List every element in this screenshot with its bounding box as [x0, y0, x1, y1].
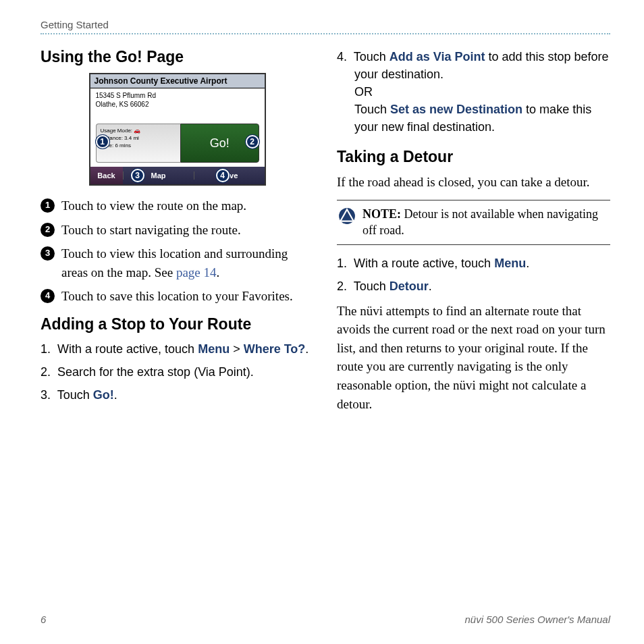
heading-go-page: Using the Go! Page: [41, 48, 314, 66]
add-stop-step-4: 4. Touch Add as Via Point to add this st…: [337, 48, 610, 136]
legend-num-2: 2: [41, 223, 55, 237]
callout-legend: 1 Touch to view the route on the map. 2 …: [41, 196, 314, 306]
step1-menu: Menu: [198, 342, 230, 356]
legend-item-2: 2 Touch to start navigating the route.: [41, 221, 314, 240]
legend-text-3b: .: [217, 265, 220, 279]
right-column: 4. Touch Add as Via Point to add this st…: [337, 44, 610, 420]
step2-text: Search for the extra stop (Via Point).: [57, 365, 254, 379]
add-stop-step-1: 1. With a route active, touch Menu > Whe…: [41, 340, 314, 358]
device-back-button: Back: [90, 167, 123, 184]
s4-newdest: Set as new Destination: [390, 103, 522, 116]
device-address: 15345 S Pflumm Rd Olathe, KS 66062: [90, 88, 265, 124]
step3-c: .: [114, 388, 117, 402]
legend-item-3: 3 Touch to view this location and surrou…: [41, 244, 314, 281]
callout-3: 3: [131, 169, 144, 182]
manual-title: nüvi 500 Series Owner's Manual: [465, 614, 610, 625]
note-label: NOTE:: [363, 207, 401, 221]
s4-a: Touch: [354, 50, 390, 63]
legend-text-1: Touch to view the route on the map.: [61, 196, 246, 215]
detour-steps: 1. With a route active, touch Menu. 2. T…: [337, 254, 610, 295]
ds1-menu: Menu: [494, 257, 526, 270]
step3-go: Go!: [93, 388, 114, 402]
heading-detour: Taking a Detour: [337, 148, 610, 166]
heading-adding-stop: Adding a Stop to Your Route: [41, 315, 314, 333]
note-text: NOTE: Detour is not available when navig…: [363, 206, 609, 239]
step1-e: .: [305, 342, 308, 356]
step-num: 3.: [41, 388, 51, 402]
device-time: Time: 6 mins: [101, 142, 178, 150]
callout-2: 2: [246, 135, 259, 149]
device-screenshot: Johnson County Executive Airport 15345 S…: [89, 73, 266, 186]
ds1-c: .: [526, 257, 529, 270]
add-stop-step-3: 3. Touch Go!.: [41, 386, 314, 404]
legend-num-1: 1: [41, 198, 55, 213]
device-mid-row: Usage Mode: 🚗 Distance: 3.4 mi Time: 6 m…: [90, 124, 265, 163]
add-stop-continuation: 4. Touch Add as Via Point to add this st…: [337, 48, 610, 136]
step-num: 2.: [41, 365, 51, 379]
s4-or: OR: [354, 85, 373, 99]
step-num: 1.: [41, 342, 51, 356]
page-link[interactable]: page 14: [176, 265, 217, 279]
legend-text-3: Touch to view this location and surround…: [61, 244, 314, 281]
callout-4: 4: [216, 169, 230, 182]
add-stop-step-2: 2. Search for the extra stop (Via Point)…: [41, 363, 314, 381]
legend-num-4: 4: [41, 289, 55, 303]
device-distance: Distance: 3.4 mi: [101, 135, 178, 142]
warning-icon: [338, 207, 356, 225]
s4-d: Touch: [354, 103, 390, 116]
legend-num-3: 3: [41, 246, 55, 261]
step-num: 1.: [337, 257, 347, 270]
legend-text-3a: Touch to view this location and surround…: [61, 246, 288, 279]
page-footer: 6 nüvi 500 Series Owner's Manual: [41, 614, 610, 625]
legend-text-2: Touch to start navigating the route.: [61, 221, 241, 240]
ds2-a: Touch: [354, 279, 390, 293]
header-rule: [41, 33, 610, 34]
step-num: 2.: [337, 279, 347, 293]
step1-whereto: Where To?: [244, 342, 306, 356]
step3-a: Touch: [57, 388, 93, 402]
page-number: 6: [41, 614, 46, 625]
legend-item-1: 1 Touch to view the route on the map.: [41, 196, 314, 215]
detour-outro: The nüvi attempts to find an alternate r…: [337, 302, 610, 413]
device-title: Johnson County Executive Airport: [90, 74, 265, 88]
left-column: Using the Go! Page Johnson County Execut…: [41, 44, 314, 420]
detour-step-2: 2. Touch Detour.: [337, 277, 610, 295]
detour-intro: If the road ahead is closed, you can tak…: [337, 173, 610, 192]
device-save-button: Save: [194, 171, 265, 180]
note-box: NOTE: Detour is not available when navig…: [337, 200, 610, 245]
legend-item-4: 4 Touch to save this location to your Fa…: [41, 287, 314, 306]
s4-via: Add as Via Point: [390, 50, 485, 63]
device-usage-mode: Usage Mode: 🚗: [101, 128, 178, 135]
section-header: Getting Started: [41, 19, 610, 30]
ds1-a: With a route active, touch: [354, 257, 494, 270]
step-num: 4.: [337, 50, 347, 63]
device-addr-line1: 15345 S Pflumm Rd: [96, 91, 259, 100]
device-bottom-bar: Back Map Save: [90, 167, 265, 184]
device-addr-line2: Olathe, KS 66062: [96, 100, 259, 109]
detour-step-1: 1. With a route active, touch Menu.: [337, 254, 610, 272]
ds2-c: .: [429, 279, 432, 293]
callout-1: 1: [96, 135, 109, 149]
ds2-detour: Detour: [390, 279, 429, 293]
step1-a: With a route active, touch: [57, 342, 198, 356]
content-columns: Using the Go! Page Johnson County Execut…: [41, 44, 610, 420]
add-stop-steps: 1. With a route active, touch Menu > Whe…: [41, 340, 314, 404]
step1-c: >: [230, 342, 244, 356]
legend-text-4: Touch to save this location to your Favo…: [61, 287, 293, 306]
